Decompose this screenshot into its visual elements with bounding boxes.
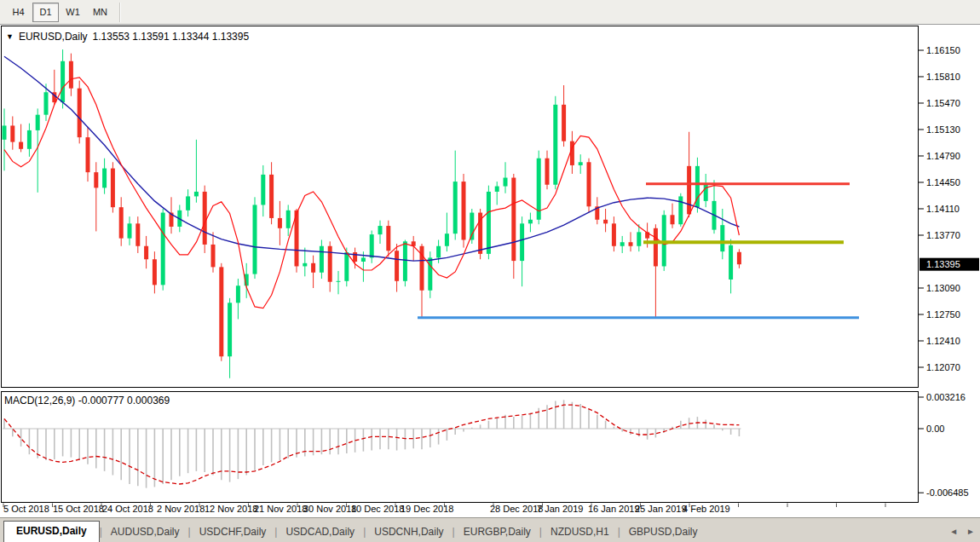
chart-canvas[interactable]: 1.161501.158101.154701.151301.147901.144… <box>0 25 980 517</box>
tab-scroll-left-icon[interactable]: ◄ <box>949 527 958 536</box>
candle-body <box>102 169 107 188</box>
candle-body <box>269 175 274 218</box>
chart-ohlc-values: 1.13553 1.13591 1.13344 1.13395 <box>93 31 250 43</box>
price-tick-label: 1.14790 <box>926 151 960 161</box>
timeframe-button-mn[interactable]: MN <box>87 3 113 22</box>
date-label: 5 Oct 2018 <box>3 504 49 514</box>
macd-tick-label: -0.006485 <box>926 487 969 498</box>
tab-eurgbp-daily[interactable]: EURGBP,Daily <box>455 522 539 542</box>
candle-body <box>453 182 458 234</box>
candle-body <box>470 213 474 240</box>
candle-body <box>19 142 23 149</box>
candle-body <box>303 263 307 267</box>
tab-scroll-right-icon[interactable]: ► <box>966 527 975 536</box>
date-label: 24 Oct 2018 <box>102 504 153 514</box>
candle-body <box>704 184 708 201</box>
candle-body <box>278 218 282 228</box>
date-label: 2 Nov 2018 <box>157 504 205 514</box>
candle-body <box>511 178 516 262</box>
tab-usdcad-daily[interactable]: USDCAD,Daily <box>277 522 363 542</box>
candle-body <box>311 263 315 273</box>
candle-body <box>27 130 32 149</box>
candle-body <box>261 175 265 205</box>
macd-indicator-label: MACD(12,26,9) -0.000777 0.000369 <box>4 395 170 406</box>
candle-body <box>386 226 390 251</box>
candle-body <box>78 89 82 137</box>
candle-body <box>729 245 733 280</box>
candle-body <box>286 210 291 228</box>
candle-body <box>361 257 366 262</box>
candle-body <box>629 242 633 246</box>
candle-body <box>587 162 591 206</box>
macd-axis: 0.0032160.00-0.006485 <box>919 392 969 498</box>
candle-body <box>328 246 332 282</box>
price-tick-label: 1.15810 <box>926 72 960 82</box>
candle-body <box>737 252 741 264</box>
timeframe-toolbar: H4D1W1MN <box>0 0 980 25</box>
macd-tick-label: 0.003216 <box>926 392 966 402</box>
date-label: 19 Dec 2018 <box>401 504 453 514</box>
candle-body <box>528 220 533 224</box>
candle-body <box>135 223 140 245</box>
candle-body <box>353 252 357 262</box>
price-tick-label: 1.13090 <box>926 283 960 293</box>
price-tick-label: 1.12410 <box>926 336 960 346</box>
candle-body <box>253 205 257 274</box>
price-badge-value: 1.13395 <box>926 259 960 269</box>
date-label: 21 Nov 2018 <box>254 504 307 514</box>
candle-body <box>128 223 132 238</box>
price-tick-label: 1.13770 <box>926 230 960 240</box>
chart-title: ▼ EURUSD,Daily 1.13553 1.13591 1.13344 1… <box>6 31 249 43</box>
timeframe-button-h4[interactable]: H4 <box>5 3 32 22</box>
candle-body <box>603 220 608 224</box>
tab-eurusd-daily[interactable]: EURUSD,Daily <box>3 521 100 542</box>
chart-dropdown-icon[interactable]: ▼ <box>6 32 14 41</box>
candle-body <box>3 125 7 139</box>
candle-body <box>186 196 190 210</box>
macd-panel-frame <box>2 392 919 503</box>
date-label: 15 Oct 2018 <box>53 504 104 514</box>
price-badge: 1.13395 <box>919 258 979 271</box>
symbol-tab-bar: EURUSD,Daily|AUDUSD,Daily|USDCHF,Daily|U… <box>0 517 980 542</box>
candle-body <box>144 246 148 259</box>
candle-body <box>211 245 216 267</box>
tab-gbpusd-daily[interactable]: GBPUSD,Daily <box>620 522 706 542</box>
date-label: 30 Nov 2018 <box>303 504 356 514</box>
tab-usdcnh-daily[interactable]: USDCNH,Daily <box>366 522 452 542</box>
candle-body <box>612 223 616 245</box>
date-axis: 5 Oct 201815 Oct 201824 Oct 20182 Nov 20… <box>3 504 885 515</box>
candle-body <box>495 187 499 192</box>
candle-body <box>236 285 240 303</box>
date-label: 7 Jan 2019 <box>537 504 583 514</box>
timeframe-button-d1[interactable]: D1 <box>32 3 59 22</box>
date-label: 12 Nov 2018 <box>205 504 257 514</box>
main-chart-frame <box>2 26 919 388</box>
candle-body <box>219 267 223 356</box>
timeframe-button-w1[interactable]: W1 <box>60 3 86 22</box>
tab-audusd-daily[interactable]: AUDUSD,Daily <box>102 522 188 542</box>
candle-body <box>545 159 550 185</box>
candle-body <box>428 257 432 290</box>
price-tick-label: 1.15470 <box>926 98 960 108</box>
candle-body <box>654 228 658 267</box>
price-tick-label: 1.12750 <box>926 309 960 320</box>
candle-body <box>436 246 441 258</box>
chart-window: 1.161501.158101.154701.151301.147901.144… <box>0 25 980 517</box>
candle-body <box>61 61 65 102</box>
candle-body <box>462 182 466 239</box>
candle-body <box>687 166 691 215</box>
candle-body <box>36 115 40 130</box>
price-tick-label: 1.14110 <box>926 204 960 214</box>
tab-usdchf-daily[interactable]: USDCHF,Daily <box>191 522 275 542</box>
candle-body <box>86 137 90 172</box>
candle-body <box>671 215 675 224</box>
price-tick-label: 1.12070 <box>926 362 960 372</box>
candle-body <box>203 192 207 245</box>
candle-body <box>228 303 232 356</box>
price-axis: 1.161501.158101.154701.151301.147901.144… <box>919 45 960 372</box>
tab-nzdusd-h1[interactable]: NZDUSD,H1 <box>542 522 618 542</box>
candle-body <box>504 178 508 187</box>
date-label: 25 Jan 2019 <box>635 504 687 514</box>
candle-body <box>370 234 374 257</box>
candle-body <box>678 196 683 224</box>
